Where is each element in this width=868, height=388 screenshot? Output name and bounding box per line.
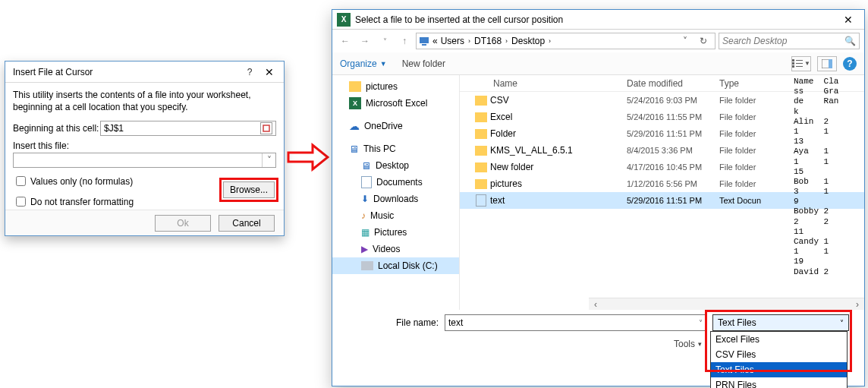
sidebar-item[interactable]: Local Disk (C:) — [332, 257, 459, 274]
file-name-label: File name: — [348, 317, 439, 328]
file-type: File folder — [719, 112, 769, 121]
beginning-cell-input[interactable]: $J$1 — [100, 121, 276, 136]
file-name: Folder — [490, 128, 627, 139]
beginning-cell-label: Beginning at this cell: — [13, 123, 100, 134]
chevron-down-icon: ˅ — [840, 319, 844, 327]
file-type: File folder — [719, 162, 769, 172]
annotation-highlight — [219, 178, 278, 202]
sidebar-item[interactable]: 🖥Desktop — [332, 157, 459, 174]
folder-icon — [475, 96, 487, 106]
file-open-body: picturesXMicrosoft Excel☁OneDrive🖥This P… — [332, 75, 864, 310]
cancel-button[interactable]: Cancel — [219, 215, 275, 232]
file-type: File folder — [719, 129, 769, 138]
videos-icon: ▶ — [361, 244, 368, 254]
chevron-down-icon: ˅ — [262, 153, 275, 167]
range-picker-icon[interactable] — [260, 122, 272, 134]
column-header-date[interactable]: Date modified — [627, 78, 719, 89]
svg-rect-10 — [829, 59, 832, 68]
file-date: 5/29/2016 11:51 PM — [627, 196, 719, 205]
sidebar-item[interactable]: pictures — [332, 78, 459, 95]
beginning-cell-value: $J$1 — [104, 123, 124, 134]
sidebar-item[interactable]: XMicrosoft Excel — [332, 95, 459, 112]
sidebar-item[interactable]: 🖥This PC — [332, 140, 459, 157]
search-input[interactable]: Search Desktop 🔍 — [719, 33, 860, 49]
file-type-filter[interactable]: Text Files ˅ — [712, 314, 849, 331]
sidebar-item[interactable]: ▦Pictures — [332, 224, 459, 241]
sidebar-item[interactable]: ▶Videos — [332, 241, 459, 257]
insert-file-dialog: Insert File at Cursor ? ✕ This utility i… — [5, 61, 285, 236]
svg-rect-7 — [792, 65, 794, 68]
file-date: 5/29/2016 11:51 PM — [627, 129, 719, 138]
file-name: CSV — [490, 95, 627, 106]
sidebar-item-label: Documents — [376, 177, 423, 188]
help-icon[interactable]: ? — [843, 57, 857, 71]
insert-file-combo[interactable]: ˅ — [13, 153, 276, 168]
sidebar-item-label: Local Disk (C:) — [378, 260, 438, 271]
sidebar-item-label: Music — [370, 210, 394, 221]
sidebar-item[interactable]: ♪Music — [332, 207, 459, 224]
scroll-left-icon[interactable]: ‹ — [590, 299, 601, 310]
downloads-icon: ⬇ — [361, 194, 369, 204]
insert-file-title: Insert File at Cursor — [13, 67, 240, 77]
insert-file-titlebar: Insert File at Cursor ? ✕ — [5, 62, 284, 83]
file-open-sidebar: picturesXMicrosoft Excel☁OneDrive🖥This P… — [332, 75, 460, 310]
chevron-down-icon: ▼ — [804, 60, 810, 67]
preview-pane-button[interactable] — [817, 56, 837, 71]
svg-rect-8 — [796, 66, 803, 67]
file-type-selected: Text Files — [718, 317, 756, 328]
nav-back-icon[interactable]: ← — [337, 33, 354, 49]
tools-menu[interactable]: Tools ▾ — [674, 339, 702, 349]
text-file-icon — [476, 194, 486, 207]
file-name-input[interactable]: text ˅ — [445, 314, 706, 331]
no-transfer-checkbox[interactable] — [16, 197, 26, 207]
folder-icon — [475, 129, 487, 139]
file-type-dropdown[interactable]: Excel FilesCSV FilesText FilesPRN Files — [710, 331, 848, 388]
close-icon[interactable]: ✕ — [259, 66, 279, 78]
file-date: 4/17/2016 10:45 PM — [627, 162, 719, 172]
pc-icon: 🖥 — [349, 144, 359, 155]
column-header-type[interactable]: Type — [719, 78, 769, 89]
file-name: pictures — [490, 178, 627, 189]
folder-icon — [349, 81, 361, 92]
file-date: 1/12/2016 5:56 PM — [627, 179, 719, 188]
breadcrumb[interactable]: « Users › DT168 › Desktop › ˅ ↻ — [416, 33, 715, 49]
file-name: New folder — [490, 162, 627, 172]
chevron-right-icon: › — [548, 37, 552, 45]
values-only-checkbox[interactable] — [16, 176, 26, 186]
address-dropdown-icon[interactable]: ˅ — [676, 36, 694, 46]
refresh-icon[interactable]: ↻ — [694, 36, 712, 46]
recent-locations-icon[interactable]: ˅ — [376, 33, 393, 49]
sidebar-item[interactable]: ☁OneDrive — [332, 118, 459, 134]
view-mode-button[interactable]: ▼ — [791, 56, 811, 71]
file-open-navbar: ← → ˅ ↑ « Users › DT168 › Desktop › ˅ ↻ … — [332, 30, 864, 52]
nav-forward-icon[interactable]: → — [357, 33, 373, 49]
chevron-down-icon[interactable]: ˅ — [699, 319, 703, 327]
organize-menu[interactable]: Organize▼ — [340, 58, 387, 69]
file-type-option[interactable]: Excel Files — [711, 332, 847, 347]
breadcrumb-item[interactable]: Users — [441, 36, 464, 46]
help-icon[interactable]: ? — [240, 67, 259, 77]
close-icon[interactable]: ✕ — [837, 14, 860, 26]
sidebar-item[interactable]: Documents — [332, 174, 459, 191]
file-type-option[interactable]: Text Files — [711, 362, 847, 377]
sidebar-item-label: Desktop — [376, 160, 409, 171]
list-view-icon — [792, 59, 803, 68]
insert-file-label: Insert this file: — [13, 140, 276, 151]
column-header-name[interactable]: Name — [460, 78, 627, 89]
no-transfer-label: Do not transfer formatting — [30, 197, 134, 207]
folder-icon — [475, 112, 487, 122]
breadcrumb-item[interactable]: Desktop — [511, 36, 545, 46]
svg-rect-4 — [796, 60, 803, 61]
breadcrumb-item[interactable]: « — [432, 36, 438, 46]
sidebar-item[interactable]: ⬇Downloads — [332, 191, 459, 207]
breadcrumb-item[interactable]: DT168 — [474, 36, 502, 46]
file-type-option[interactable]: PRN Files — [711, 377, 847, 388]
documents-icon — [361, 176, 372, 188]
chevron-down-icon: ▾ — [698, 340, 702, 348]
file-open-toolbar: Organize▼ New folder ▼ ? — [332, 52, 864, 75]
new-folder-button[interactable]: New folder — [402, 58, 445, 69]
nav-up-icon[interactable]: ↑ — [396, 33, 413, 49]
file-type-option[interactable]: CSV Files — [711, 347, 847, 362]
ok-button[interactable]: Ok — [155, 215, 211, 232]
preview-pane-icon — [822, 59, 832, 68]
